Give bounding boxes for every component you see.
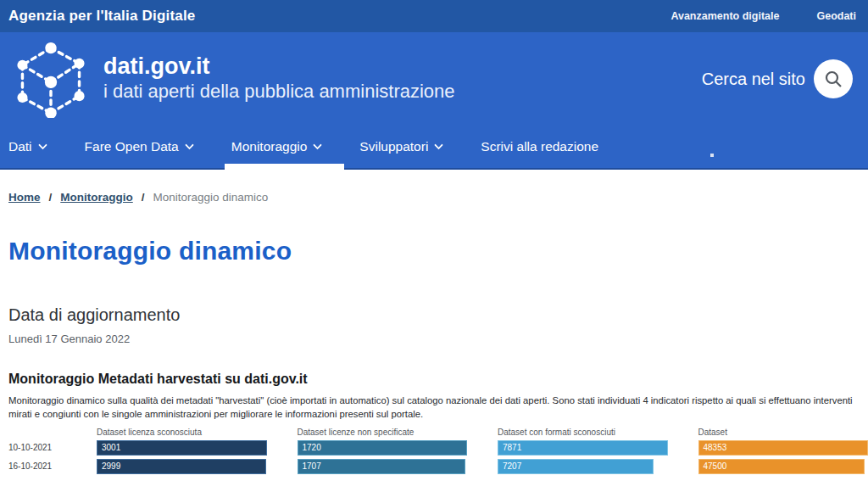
chart-bar: 47500	[698, 459, 865, 474]
topbar-link-avanzamento-digitale[interactable]: Avanzamento digitale	[670, 10, 779, 22]
chart-head-spacer	[8, 428, 97, 440]
chart-bar-value: 1707	[298, 461, 321, 471]
main-content: Home/Monitoraggio/Monitoraggio dinamico …	[0, 191, 868, 478]
nav-item-label: Sviluppatori	[359, 139, 428, 154]
search-button[interactable]	[814, 59, 853, 98]
breadcrumb-link-home[interactable]: Home	[8, 191, 41, 204]
chart-series-dataset: Dataset4835347500	[698, 428, 868, 478]
nav-item-fare-open-data[interactable]: Fare Open Data	[85, 126, 194, 168]
chart-bar-value: 7871	[498, 443, 521, 452]
chart-bar: 7871	[498, 440, 668, 456]
search-label[interactable]: Cerca nel sito	[702, 70, 805, 89]
chart-date-label: 16-10-2021	[8, 459, 97, 478]
chart-bar: 2999	[97, 459, 266, 474]
breadcrumb-separator: /	[142, 191, 145, 204]
nav-item-label: Monitoraggio	[231, 139, 308, 154]
topbar-link-geodati[interactable]: Geodati	[816, 10, 856, 22]
nav-decorative-dot	[710, 154, 714, 157]
chart-bar: 7207	[498, 459, 654, 474]
site-title[interactable]: dati.gov.it	[103, 54, 455, 80]
breadcrumb-current: Monitoraggio dinamico	[153, 191, 269, 204]
update-date-heading: Data di aggiornamento	[8, 305, 860, 325]
update-date-value: Lunedì 17 Gennaio 2022	[8, 333, 860, 345]
dati-gov-logo-icon[interactable]	[8, 40, 93, 118]
breadcrumb-separator: /	[49, 191, 53, 204]
section-heading: Monitoraggio Metadati harvestati su dati…	[8, 372, 860, 387]
chart-bar-value: 48353	[699, 443, 727, 452]
main-navigation: DatiFare Open DataMonitoraggioSviluppato…	[0, 126, 868, 170]
chart-series-dataset-con-formati-sconosciuti: Dataset con formati sconosciuti78717207	[498, 428, 668, 478]
chart-bar-value: 7207	[498, 461, 521, 471]
chart-series-header: Dataset licenze non specificate	[298, 428, 468, 440]
chart-bar-row: 7871	[498, 440, 668, 459]
government-top-bar: Agenzia per l'Italia Digitale Avanzament…	[0, 0, 868, 32]
chart-bar-row: 1707	[298, 459, 468, 478]
site-search[interactable]: Cerca nel sito	[702, 59, 853, 98]
site-subtitle: i dati aperti della pubblica amministraz…	[103, 80, 455, 103]
chart-bar-value: 2999	[97, 461, 120, 471]
chart-bar-row: 48353	[698, 440, 868, 459]
site-header: dati.gov.it i dati aperti della pubblica…	[0, 32, 868, 126]
nav-item-label: Fare Open Data	[85, 139, 179, 154]
chart-bar: 48353	[698, 440, 868, 456]
chart-bar-row: 1720	[298, 440, 468, 459]
chart-series-header: Dataset con formati sconosciuti	[498, 428, 668, 440]
chart-bar-row: 3001	[97, 440, 267, 459]
site-title-block: dati.gov.it i dati aperti della pubblica…	[103, 54, 455, 103]
chart-bar: 1720	[298, 440, 468, 456]
topbar-links: Avanzamento digitaleGeodati	[670, 10, 856, 22]
chevron-down-icon	[38, 143, 47, 150]
chart-bar-value: 1720	[298, 443, 321, 452]
chart-series-dataset-licenza-sconosciuta: Dataset licenza sconosciuta30012999	[97, 428, 267, 478]
chevron-down-icon	[313, 143, 322, 150]
nav-item-label: Scrivi alla redazione	[481, 139, 598, 154]
nav-item-monitoraggio[interactable]: Monitoraggio	[231, 126, 323, 168]
chart-bar: 1707	[298, 459, 466, 474]
chevron-down-icon	[434, 143, 443, 150]
breadcrumb-link-monitoraggio[interactable]: Monitoraggio	[60, 191, 132, 204]
section-description: Monitoraggio dinamico sulla qualità dei …	[8, 394, 860, 422]
nav-item-sviluppatori[interactable]: Sviluppatori	[359, 126, 443, 168]
agency-brand-link[interactable]: Agenzia per l'Italia Digitale	[8, 8, 196, 25]
chart-date-label: 10-10-2021	[8, 440, 97, 459]
chart-date-column: 10-10-202116-10-2021	[8, 428, 97, 478]
chart-bar-row: 7207	[498, 459, 668, 478]
chart-bar-value: 3001	[97, 443, 120, 452]
chart-bar-value: 47500	[699, 461, 727, 471]
chart-series-header: Dataset	[698, 428, 868, 440]
chevron-down-icon	[185, 143, 194, 150]
search-icon	[823, 69, 843, 89]
breadcrumb: Home/Monitoraggio/Monitoraggio dinamico	[8, 191, 860, 204]
chart-bar-row: 47500	[698, 459, 868, 478]
nav-item-dati[interactable]: Dati	[8, 126, 47, 168]
page-title: Monitoraggio dinamico	[8, 237, 860, 266]
chart-series-dataset-licenze-non-specificate: Dataset licenze non specificate17201707	[298, 428, 468, 478]
harvest-metadata-chart: 10-10-202116-10-2021Dataset licenza scon…	[8, 428, 868, 478]
nav-item-scrivi-alla-redazione[interactable]: Scrivi alla redazione	[481, 126, 598, 168]
chart-bar-row: 2999	[97, 459, 267, 478]
nav-item-label: Dati	[8, 139, 32, 154]
chart-bar: 3001	[97, 440, 267, 456]
chart-series-header: Dataset licenza sconosciuta	[97, 428, 267, 440]
